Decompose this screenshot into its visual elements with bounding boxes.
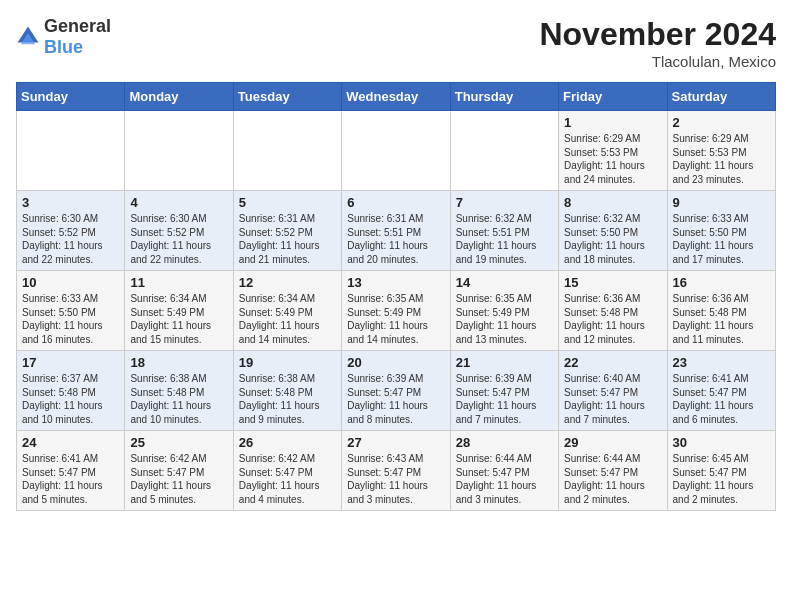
day-number: 14 bbox=[456, 275, 553, 290]
day-info: Sunrise: 6:44 AM Sunset: 5:47 PM Dayligh… bbox=[456, 452, 553, 506]
day-cell: 16Sunrise: 6:36 AM Sunset: 5:48 PM Dayli… bbox=[667, 271, 775, 351]
day-cell: 7Sunrise: 6:32 AM Sunset: 5:51 PM Daylig… bbox=[450, 191, 558, 271]
logo-general-text: General bbox=[44, 16, 111, 36]
day-number: 19 bbox=[239, 355, 336, 370]
day-info: Sunrise: 6:34 AM Sunset: 5:49 PM Dayligh… bbox=[239, 292, 336, 346]
weekday-header-friday: Friday bbox=[559, 83, 667, 111]
day-cell: 18Sunrise: 6:38 AM Sunset: 5:48 PM Dayli… bbox=[125, 351, 233, 431]
day-number: 13 bbox=[347, 275, 444, 290]
day-number: 9 bbox=[673, 195, 770, 210]
day-info: Sunrise: 6:41 AM Sunset: 5:47 PM Dayligh… bbox=[673, 372, 770, 426]
day-info: Sunrise: 6:34 AM Sunset: 5:49 PM Dayligh… bbox=[130, 292, 227, 346]
day-number: 27 bbox=[347, 435, 444, 450]
day-cell: 4Sunrise: 6:30 AM Sunset: 5:52 PM Daylig… bbox=[125, 191, 233, 271]
calendar-table: SundayMondayTuesdayWednesdayThursdayFrid… bbox=[16, 82, 776, 511]
day-number: 22 bbox=[564, 355, 661, 370]
day-cell bbox=[450, 111, 558, 191]
day-number: 4 bbox=[130, 195, 227, 210]
day-info: Sunrise: 6:32 AM Sunset: 5:50 PM Dayligh… bbox=[564, 212, 661, 266]
day-info: Sunrise: 6:44 AM Sunset: 5:47 PM Dayligh… bbox=[564, 452, 661, 506]
day-number: 30 bbox=[673, 435, 770, 450]
logo: General Blue bbox=[16, 16, 111, 58]
day-info: Sunrise: 6:36 AM Sunset: 5:48 PM Dayligh… bbox=[564, 292, 661, 346]
day-info: Sunrise: 6:38 AM Sunset: 5:48 PM Dayligh… bbox=[130, 372, 227, 426]
day-number: 17 bbox=[22, 355, 119, 370]
day-cell: 25Sunrise: 6:42 AM Sunset: 5:47 PM Dayli… bbox=[125, 431, 233, 511]
day-cell: 13Sunrise: 6:35 AM Sunset: 5:49 PM Dayli… bbox=[342, 271, 450, 351]
day-number: 16 bbox=[673, 275, 770, 290]
day-cell bbox=[17, 111, 125, 191]
day-info: Sunrise: 6:31 AM Sunset: 5:52 PM Dayligh… bbox=[239, 212, 336, 266]
day-number: 5 bbox=[239, 195, 336, 210]
day-cell: 12Sunrise: 6:34 AM Sunset: 5:49 PM Dayli… bbox=[233, 271, 341, 351]
day-cell: 9Sunrise: 6:33 AM Sunset: 5:50 PM Daylig… bbox=[667, 191, 775, 271]
day-cell: 1Sunrise: 6:29 AM Sunset: 5:53 PM Daylig… bbox=[559, 111, 667, 191]
day-cell: 5Sunrise: 6:31 AM Sunset: 5:52 PM Daylig… bbox=[233, 191, 341, 271]
day-number: 20 bbox=[347, 355, 444, 370]
day-info: Sunrise: 6:41 AM Sunset: 5:47 PM Dayligh… bbox=[22, 452, 119, 506]
day-info: Sunrise: 6:32 AM Sunset: 5:51 PM Dayligh… bbox=[456, 212, 553, 266]
day-info: Sunrise: 6:42 AM Sunset: 5:47 PM Dayligh… bbox=[239, 452, 336, 506]
day-info: Sunrise: 6:33 AM Sunset: 5:50 PM Dayligh… bbox=[22, 292, 119, 346]
title-block: November 2024 Tlacolulan, Mexico bbox=[539, 16, 776, 70]
day-info: Sunrise: 6:39 AM Sunset: 5:47 PM Dayligh… bbox=[347, 372, 444, 426]
page-header: General Blue November 2024 Tlacolulan, M… bbox=[16, 16, 776, 70]
day-number: 23 bbox=[673, 355, 770, 370]
day-info: Sunrise: 6:37 AM Sunset: 5:48 PM Dayligh… bbox=[22, 372, 119, 426]
day-number: 7 bbox=[456, 195, 553, 210]
day-cell: 27Sunrise: 6:43 AM Sunset: 5:47 PM Dayli… bbox=[342, 431, 450, 511]
day-number: 8 bbox=[564, 195, 661, 210]
month-title: November 2024 bbox=[539, 16, 776, 53]
day-number: 29 bbox=[564, 435, 661, 450]
day-info: Sunrise: 6:39 AM Sunset: 5:47 PM Dayligh… bbox=[456, 372, 553, 426]
day-cell: 2Sunrise: 6:29 AM Sunset: 5:53 PM Daylig… bbox=[667, 111, 775, 191]
day-info: Sunrise: 6:45 AM Sunset: 5:47 PM Dayligh… bbox=[673, 452, 770, 506]
weekday-header-saturday: Saturday bbox=[667, 83, 775, 111]
day-number: 10 bbox=[22, 275, 119, 290]
day-cell: 21Sunrise: 6:39 AM Sunset: 5:47 PM Dayli… bbox=[450, 351, 558, 431]
day-number: 3 bbox=[22, 195, 119, 210]
weekday-header-sunday: Sunday bbox=[17, 83, 125, 111]
day-cell: 11Sunrise: 6:34 AM Sunset: 5:49 PM Dayli… bbox=[125, 271, 233, 351]
logo-blue-text: Blue bbox=[44, 37, 83, 57]
logo-icon bbox=[16, 25, 40, 49]
day-info: Sunrise: 6:31 AM Sunset: 5:51 PM Dayligh… bbox=[347, 212, 444, 266]
day-cell: 10Sunrise: 6:33 AM Sunset: 5:50 PM Dayli… bbox=[17, 271, 125, 351]
day-number: 15 bbox=[564, 275, 661, 290]
day-cell: 23Sunrise: 6:41 AM Sunset: 5:47 PM Dayli… bbox=[667, 351, 775, 431]
day-number: 26 bbox=[239, 435, 336, 450]
location-text: Tlacolulan, Mexico bbox=[539, 53, 776, 70]
day-cell: 24Sunrise: 6:41 AM Sunset: 5:47 PM Dayli… bbox=[17, 431, 125, 511]
day-info: Sunrise: 6:29 AM Sunset: 5:53 PM Dayligh… bbox=[564, 132, 661, 186]
day-info: Sunrise: 6:35 AM Sunset: 5:49 PM Dayligh… bbox=[347, 292, 444, 346]
day-number: 28 bbox=[456, 435, 553, 450]
day-cell: 22Sunrise: 6:40 AM Sunset: 5:47 PM Dayli… bbox=[559, 351, 667, 431]
day-info: Sunrise: 6:33 AM Sunset: 5:50 PM Dayligh… bbox=[673, 212, 770, 266]
week-row-4: 17Sunrise: 6:37 AM Sunset: 5:48 PM Dayli… bbox=[17, 351, 776, 431]
weekday-header-row: SundayMondayTuesdayWednesdayThursdayFrid… bbox=[17, 83, 776, 111]
day-info: Sunrise: 6:38 AM Sunset: 5:48 PM Dayligh… bbox=[239, 372, 336, 426]
day-cell: 3Sunrise: 6:30 AM Sunset: 5:52 PM Daylig… bbox=[17, 191, 125, 271]
day-info: Sunrise: 6:30 AM Sunset: 5:52 PM Dayligh… bbox=[130, 212, 227, 266]
day-cell: 17Sunrise: 6:37 AM Sunset: 5:48 PM Dayli… bbox=[17, 351, 125, 431]
day-info: Sunrise: 6:42 AM Sunset: 5:47 PM Dayligh… bbox=[130, 452, 227, 506]
day-number: 2 bbox=[673, 115, 770, 130]
weekday-header-wednesday: Wednesday bbox=[342, 83, 450, 111]
day-cell bbox=[342, 111, 450, 191]
day-number: 24 bbox=[22, 435, 119, 450]
day-cell: 20Sunrise: 6:39 AM Sunset: 5:47 PM Dayli… bbox=[342, 351, 450, 431]
day-info: Sunrise: 6:36 AM Sunset: 5:48 PM Dayligh… bbox=[673, 292, 770, 346]
day-info: Sunrise: 6:43 AM Sunset: 5:47 PM Dayligh… bbox=[347, 452, 444, 506]
week-row-2: 3Sunrise: 6:30 AM Sunset: 5:52 PM Daylig… bbox=[17, 191, 776, 271]
weekday-header-tuesday: Tuesday bbox=[233, 83, 341, 111]
week-row-5: 24Sunrise: 6:41 AM Sunset: 5:47 PM Dayli… bbox=[17, 431, 776, 511]
day-number: 18 bbox=[130, 355, 227, 370]
day-number: 1 bbox=[564, 115, 661, 130]
day-cell: 28Sunrise: 6:44 AM Sunset: 5:47 PM Dayli… bbox=[450, 431, 558, 511]
weekday-header-thursday: Thursday bbox=[450, 83, 558, 111]
day-number: 6 bbox=[347, 195, 444, 210]
day-cell: 6Sunrise: 6:31 AM Sunset: 5:51 PM Daylig… bbox=[342, 191, 450, 271]
week-row-3: 10Sunrise: 6:33 AM Sunset: 5:50 PM Dayli… bbox=[17, 271, 776, 351]
day-number: 25 bbox=[130, 435, 227, 450]
day-number: 12 bbox=[239, 275, 336, 290]
